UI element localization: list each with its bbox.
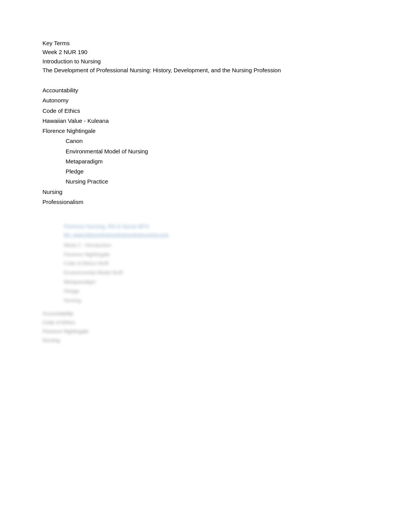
term-florence-nightingale: Florence Nightingale — [42, 126, 368, 136]
blurred-line-0: Week 2 - Introduction — [64, 241, 368, 250]
term-hawaiian-value: Hawaiian Value - Kuleana — [42, 116, 368, 126]
term-professionalism: Professionalism — [42, 197, 368, 207]
blurred-line-6: Nursing — [64, 297, 368, 305]
blurred-link: My: www.bfgnursingnursingnursingnursing.… — [64, 231, 368, 239]
blurred-line-1: Florence Nightingale — [64, 251, 368, 259]
term-canon: Canon — [42, 136, 368, 146]
blurred-line-5: Pledge — [64, 287, 368, 296]
term-code-of-ethics: Code of Ethics — [42, 106, 368, 116]
blurred-bottom-0: Accountability — [42, 310, 368, 318]
header-line4: The Development of Professional Nursing:… — [42, 66, 368, 75]
term-nursing-practice: Nursing Practice — [42, 177, 368, 187]
terms-block: Accountability Autonomy Code of Ethics H… — [42, 85, 368, 207]
header-block: Key Terms Week 2 NUR 190 Introduction to… — [42, 39, 368, 75]
blurred-placeholder-title — [42, 211, 368, 220]
blurred-section: Florence Nursing, RN & Nurse BFG My: www… — [42, 211, 368, 345]
header-line2: Week 2 NUR 190 — [42, 48, 368, 56]
header-line1: Key Terms — [42, 39, 368, 48]
blurred-line-2: Code of Ethics NUR — [64, 260, 368, 268]
blurred-line-4: Metaparadigm — [64, 278, 368, 286]
term-nursing: Nursing — [42, 187, 368, 197]
term-environmental-model: Environmental Model of Nursing — [42, 146, 368, 156]
header-line3: Introduction to Nursing — [42, 57, 368, 66]
blurred-bottom-3: Nursing — [42, 337, 368, 345]
blurred-bottom-2: Florence Nightingale — [42, 328, 368, 336]
term-pledge: Pledge — [42, 167, 368, 177]
term-autonomy: Autonomy — [42, 95, 368, 105]
term-accountability: Accountability — [42, 85, 368, 95]
blurred-bottom-1: Code of Ethics — [42, 319, 368, 327]
blurred-title: Florence Nursing, RN & Nurse BFG — [64, 223, 149, 229]
blurred-line-3: Environmental Model NUR — [64, 269, 368, 277]
term-metaparadigm: Metaparadigm — [42, 156, 368, 167]
